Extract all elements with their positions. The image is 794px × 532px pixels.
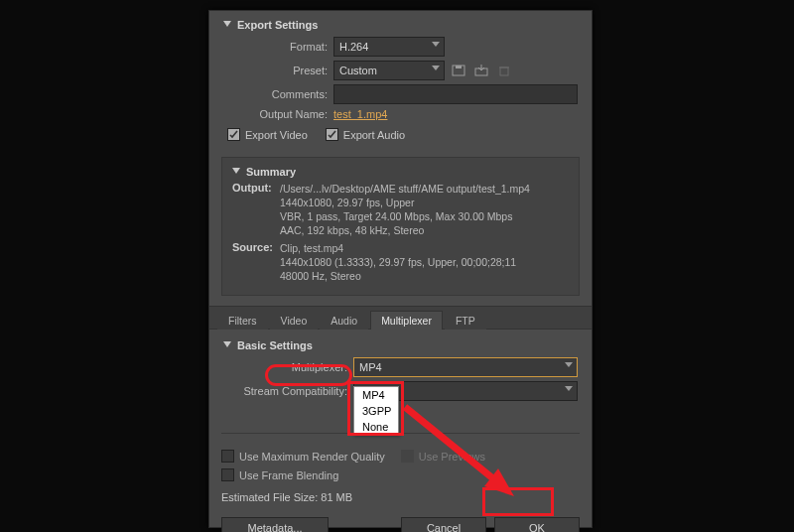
format-value: H.264 bbox=[339, 41, 368, 53]
svg-marker-2 bbox=[432, 66, 440, 70]
import-preset-icon[interactable] bbox=[472, 62, 490, 79]
collapse-toggle-icon[interactable] bbox=[223, 21, 231, 29]
frame-blending-checkbox[interactable] bbox=[221, 468, 234, 481]
collapse-toggle-icon[interactable] bbox=[223, 341, 231, 349]
chevron-down-icon bbox=[432, 66, 440, 73]
output-dd: /Users/...lv/Desktop/AME stuff/AME outpu… bbox=[280, 182, 530, 237]
comments-label: Comments: bbox=[223, 88, 333, 100]
delete-preset-icon bbox=[495, 62, 513, 79]
use-previews-label: Use Previews bbox=[419, 451, 485, 463]
summary-box: Summary Output: /Users/...lv/Desktop/AME… bbox=[221, 157, 580, 296]
tab-ftp[interactable]: FTP bbox=[445, 311, 486, 330]
format-label: Format: bbox=[223, 41, 333, 53]
estimated-size-value: 81 MB bbox=[321, 491, 352, 503]
chevron-down-icon bbox=[432, 42, 440, 50]
stream-compat-label: Stream Compatibility: bbox=[223, 385, 353, 397]
basic-settings-header[interactable]: Basic Settings bbox=[223, 339, 578, 351]
export-video-checkbox[interactable] bbox=[227, 128, 240, 141]
max-render-quality-label: Use Maximum Render Quality bbox=[239, 451, 385, 463]
cancel-button[interactable]: Cancel bbox=[401, 517, 486, 532]
multiplexer-label: Multiplexer: bbox=[223, 361, 353, 373]
output-dt: Output: bbox=[232, 182, 280, 237]
svg-marker-10 bbox=[565, 362, 573, 367]
use-previews-checkbox bbox=[401, 450, 414, 463]
tab-strip: Filters Video Audio Multiplexer FTP bbox=[209, 306, 592, 330]
multiplexer-dropdown-menu[interactable]: MP4 3GPP None bbox=[353, 386, 399, 436]
chevron-down-icon bbox=[565, 362, 573, 370]
output-name-link[interactable]: test_1.mp4 bbox=[333, 108, 387, 120]
ok-button[interactable]: OK bbox=[494, 517, 580, 532]
tab-filters[interactable]: Filters bbox=[217, 311, 268, 330]
tab-multiplexer[interactable]: Multiplexer bbox=[370, 311, 443, 330]
preset-value: Custom bbox=[339, 65, 377, 76]
tab-audio[interactable]: Audio bbox=[320, 311, 368, 330]
svg-marker-9 bbox=[223, 341, 231, 347]
save-preset-icon[interactable] bbox=[450, 62, 467, 79]
export-settings-title: Export Settings bbox=[237, 19, 318, 31]
output-name-label: Output Name: bbox=[223, 108, 333, 120]
multiplexer-select[interactable]: MP4 bbox=[353, 357, 578, 377]
multiplexer-option-none[interactable]: None bbox=[354, 419, 398, 435]
svg-marker-11 bbox=[565, 386, 573, 391]
chevron-down-icon bbox=[565, 386, 573, 394]
svg-rect-6 bbox=[500, 67, 508, 75]
format-select[interactable]: H.264 bbox=[333, 37, 445, 57]
export-settings-header[interactable]: Export Settings bbox=[223, 19, 578, 31]
export-settings-panel: Export Settings Format: H.264 Preset: Cu… bbox=[208, 10, 593, 528]
multiplexer-option-3gpp[interactable]: 3GPP bbox=[354, 403, 398, 419]
frame-blending-label: Use Frame Blending bbox=[239, 469, 338, 481]
metadata-button[interactable]: Metadata... bbox=[221, 517, 329, 532]
summary-title: Summary bbox=[246, 166, 296, 178]
collapse-toggle-icon[interactable] bbox=[232, 168, 240, 176]
comments-field[interactable] bbox=[333, 84, 578, 104]
source-dt: Source: bbox=[232, 241, 280, 283]
svg-marker-0 bbox=[223, 21, 231, 27]
basic-settings-title: Basic Settings bbox=[237, 339, 313, 351]
preset-select[interactable]: Custom bbox=[333, 61, 445, 80]
multiplexer-option-mp4[interactable]: MP4 bbox=[354, 387, 398, 403]
export-audio-label: Export Audio bbox=[343, 129, 405, 141]
source-dd: Clip, test.mp4 1440x1080 (1.3333), 29.97… bbox=[280, 241, 516, 283]
svg-rect-4 bbox=[456, 66, 462, 68]
export-audio-checkbox[interactable] bbox=[326, 128, 338, 141]
preset-label: Preset: bbox=[223, 65, 333, 76]
estimated-size-label: Estimated File Size: bbox=[221, 491, 318, 503]
max-render-quality-checkbox[interactable] bbox=[221, 450, 234, 463]
multiplexer-value: MP4 bbox=[359, 361, 382, 373]
svg-marker-8 bbox=[232, 168, 240, 174]
export-video-label: Export Video bbox=[245, 129, 308, 141]
svg-marker-1 bbox=[432, 42, 440, 47]
tab-video[interactable]: Video bbox=[270, 311, 319, 330]
